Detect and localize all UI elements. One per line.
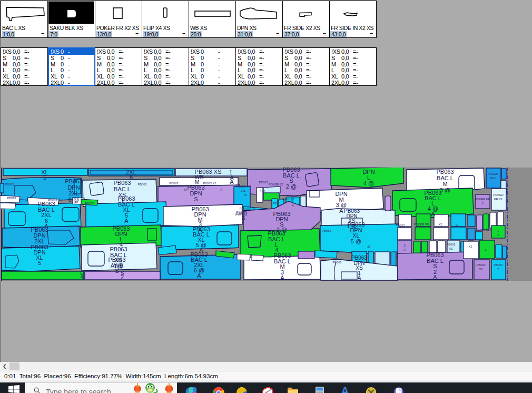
svg-text:2: 2 <box>481 202 483 205</box>
svg-text:POKER: POKER <box>488 172 498 175</box>
svg-text:A: A <box>431 211 435 217</box>
svg-text:5: 5 <box>497 268 499 271</box>
svg-text:PB063: PB063 <box>138 183 147 186</box>
svg-text:S: S <box>115 268 119 274</box>
svg-text:M: M <box>184 188 187 191</box>
svg-text:PB: PB <box>273 202 277 205</box>
svg-text:PB063: PB063 <box>259 181 268 184</box>
svg-text:X2: X2 <box>469 245 472 248</box>
svg-text:BAC L: BAC L <box>114 186 131 192</box>
svg-text:S: S <box>242 215 245 221</box>
svg-text:A: A <box>497 233 499 237</box>
svg-text:POKER X2: POKER X2 <box>269 183 283 186</box>
svg-text:A: A <box>280 274 284 281</box>
svg-text:6 @: 6 @ <box>68 196 79 203</box>
svg-text:PB063: PB063 <box>7 196 16 200</box>
svg-text:2XL: 2XL <box>68 190 79 196</box>
svg-text:DPN: DPN <box>67 184 80 191</box>
svg-text:FR SIDE X2: FR SIDE X2 <box>240 207 255 210</box>
svg-text:L: L <box>497 229 499 232</box>
svg-text:FR X2: FR X2 <box>494 198 503 201</box>
svg-text:4 @: 4 @ <box>260 189 265 192</box>
svg-text:BAC L: BAC L <box>437 175 454 181</box>
svg-text:2 @: 2 @ <box>286 183 297 190</box>
svg-text:PB063: PB063 <box>477 263 486 267</box>
svg-text:A: A <box>220 188 222 191</box>
svg-text:PB063: PB063 <box>396 224 405 227</box>
svg-text:L: L <box>485 248 486 251</box>
svg-text:A: A <box>124 218 129 224</box>
svg-text:5: 5 <box>43 174 46 181</box>
svg-text:2: 2 <box>121 274 124 280</box>
svg-text:PB063: PB063 <box>5 183 14 186</box>
svg-text:4 @: 4 @ <box>363 180 374 186</box>
svg-text:PB063: PB063 <box>447 243 456 246</box>
svg-text:5 @: 5 @ <box>351 238 361 244</box>
svg-text:A: A <box>341 385 349 393</box>
svg-text:PB063: PB063 <box>333 261 342 264</box>
svg-text:B: B <box>244 193 247 196</box>
svg-text:X2: X2 <box>439 223 442 226</box>
svg-text:5: 5 <box>38 260 41 266</box>
svg-text:A: A <box>358 275 361 281</box>
svg-text:M: M <box>442 181 447 187</box>
svg-text:PB063: PB063 <box>170 182 179 185</box>
svg-text:POKER FR: POKER FR <box>236 185 251 188</box>
svg-text:A: A <box>339 208 343 214</box>
svg-text:PB063: PB063 <box>322 229 331 232</box>
svg-text:PB063: PB063 <box>113 180 131 186</box>
svg-text:PB063: PB063 <box>48 199 57 202</box>
svg-text:PB063: PB063 <box>436 169 454 175</box>
svg-text:4: 4 <box>80 274 83 280</box>
svg-text:S: S <box>403 244 406 247</box>
svg-text:XL: XL <box>456 224 459 227</box>
svg-text:SAKU BLK: SAKU BLK <box>477 228 492 231</box>
svg-text:SAKU BL: SAKU BL <box>282 198 295 201</box>
svg-text:PB063: PB063 <box>65 178 82 184</box>
svg-text:PB063: PB063 <box>85 202 94 205</box>
svg-text:POKER FR: POKER FR <box>475 198 490 201</box>
svg-text:A: A <box>433 274 437 280</box>
svg-text:2XL: 2XL <box>241 189 246 192</box>
svg-text:XS: XS <box>449 247 453 250</box>
svg-text:A: A <box>403 248 406 251</box>
svg-text:X2: X2 <box>479 268 483 271</box>
svg-text:PB063: PB063 <box>494 263 503 267</box>
svg-text:POKER: POKER <box>493 193 504 196</box>
svg-text:A: A <box>292 204 294 207</box>
svg-text:S: S <box>194 196 198 202</box>
svg-text:PB063 X2: PB063 X2 <box>203 182 216 185</box>
svg-text:@: @ <box>367 245 370 248</box>
svg-text:A: A <box>230 175 234 181</box>
svg-text:A: A <box>197 272 201 279</box>
svg-text:POKER FR: POKER FR <box>414 223 429 226</box>
svg-text:FR 6: FR 6 <box>490 176 496 180</box>
